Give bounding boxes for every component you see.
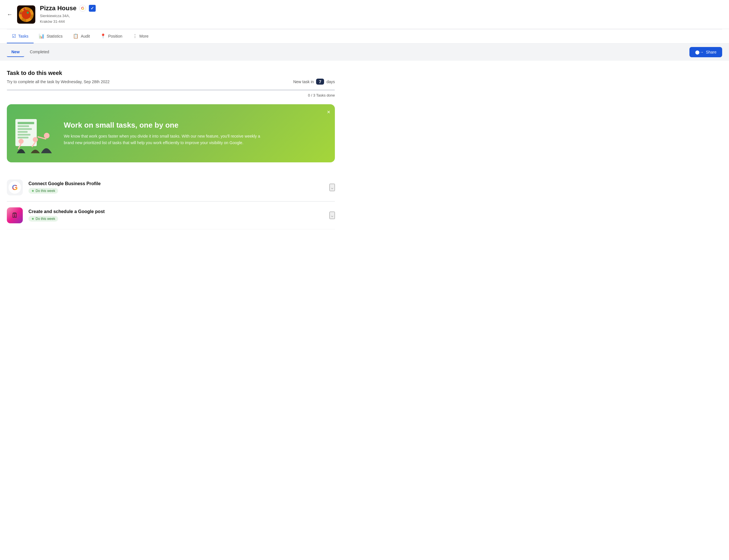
tab-tasks-label: Tasks xyxy=(18,34,28,38)
tab-statistics[interactable]: 📊 Statistics xyxy=(34,29,68,43)
star-icon-2: ★ xyxy=(31,217,34,221)
google-icon: G xyxy=(79,5,86,12)
task-badge-label-1: Do this week xyxy=(36,189,55,193)
promo-close-button[interactable]: × xyxy=(327,109,330,115)
business-name-text: Pizza House xyxy=(40,5,76,12)
days-badge: 7 xyxy=(316,79,324,85)
filter-bar: New Completed ⬤→ Share xyxy=(0,44,729,61)
task-info-1: Connect Google Business Profile ★ Do thi… xyxy=(28,181,330,194)
business-address: Sienkiewicza 34A, Kraków 31-444 xyxy=(40,13,722,24)
filter-new[interactable]: New xyxy=(7,47,24,57)
promo-description: We know that work goes faster when you d… xyxy=(64,133,263,146)
tab-position[interactable]: 📍 Position xyxy=(95,29,128,43)
more-icon: ⋮ xyxy=(133,33,137,39)
promo-illustration xyxy=(7,113,64,153)
star-icon-1: ★ xyxy=(31,189,34,193)
filter-new-label: New xyxy=(11,50,20,54)
svg-point-7 xyxy=(19,139,24,144)
tasks-icon: ☑ xyxy=(12,33,16,39)
week-task-section: Task to do this week Try to complete all… xyxy=(7,70,335,97)
tab-tasks[interactable]: ☑ Tasks xyxy=(7,29,34,43)
address-line2: Kraków 31-444 xyxy=(40,19,65,24)
post-icon: 🗓 xyxy=(11,211,18,219)
task-expand-2[interactable]: ⌄ xyxy=(330,212,335,219)
google-business-icon: G xyxy=(9,181,21,194)
svg-rect-3 xyxy=(18,128,32,130)
svg-rect-6 xyxy=(18,137,28,138)
back-button[interactable]: ← xyxy=(7,11,13,18)
task-badge-label-2: Do this week xyxy=(36,217,55,221)
header: ← Pizza House G ✓ Sienkiewicza 34A, Krak… xyxy=(0,0,729,29)
task-icon-google-wrap: G xyxy=(7,179,23,195)
chevron-down-icon-1: ⌄ xyxy=(330,185,334,190)
tab-position-label: Position xyxy=(108,34,123,38)
business-name-row: Pizza House G ✓ xyxy=(40,5,722,12)
tab-audit-label: Audit xyxy=(81,34,90,38)
task-title-2: Create and schedule a Google post xyxy=(28,209,330,214)
business-info: Pizza House G ✓ Sienkiewicza 34A, Kraków… xyxy=(40,5,722,24)
filter-tabs: New Completed xyxy=(7,47,54,57)
business-logo xyxy=(17,5,35,24)
tasks-done-text: 0 / 3 Tasks done xyxy=(7,93,335,97)
promo-banner: Work on small tasks, one by one We know … xyxy=(7,104,335,162)
promo-text: Work on small tasks, one by one We know … xyxy=(64,121,326,146)
task-item-2: 🗓 Create and schedule a Google post ★ Do… xyxy=(7,202,335,229)
position-icon: 📍 xyxy=(100,33,106,39)
svg-point-11 xyxy=(33,137,38,142)
address-line1: Sienkiewicza 34A, xyxy=(40,14,70,18)
week-task-subtitle-text: Try to complete all the task by Wednesda… xyxy=(7,79,110,84)
promo-illustration-svg xyxy=(10,116,61,153)
filter-completed-label: Completed xyxy=(30,50,49,54)
svg-rect-5 xyxy=(18,134,30,136)
task-badge-2: ★ Do this week xyxy=(28,216,58,222)
svg-rect-4 xyxy=(18,131,28,133)
back-icon: ← xyxy=(7,11,13,18)
tab-audit[interactable]: 📋 Audit xyxy=(68,29,95,43)
tab-statistics-label: Statistics xyxy=(47,34,63,38)
days-suffix: days xyxy=(326,79,335,84)
svg-point-9 xyxy=(44,133,50,138)
google-g-letter: G xyxy=(81,6,84,11)
new-task-badge: New task in 7 days xyxy=(293,79,335,85)
statistics-icon: 📊 xyxy=(39,33,44,39)
week-task-title: Task to do this week xyxy=(7,70,335,76)
promo-title: Work on small tasks, one by one xyxy=(64,121,326,130)
audit-icon: 📋 xyxy=(73,33,79,39)
tab-more-label: More xyxy=(140,34,149,38)
google-g-icon: G xyxy=(12,183,18,192)
main-content: Task to do this week Try to complete all… xyxy=(0,61,342,238)
shield-icon: ✓ xyxy=(89,5,96,12)
task-expand-1[interactable]: ⌄ xyxy=(330,184,335,191)
filter-completed[interactable]: Completed xyxy=(25,47,54,57)
task-item: G Connect Google Business Profile ★ Do t… xyxy=(7,174,335,201)
svg-rect-1 xyxy=(18,122,34,124)
task-icon-post-wrap: 🗓 xyxy=(7,207,23,223)
share-button[interactable]: ⬤→ Share xyxy=(689,47,722,57)
chevron-down-icon-2: ⌄ xyxy=(330,212,334,218)
share-icon: ⬤→ xyxy=(695,50,704,54)
task-list: G Connect Google Business Profile ★ Do t… xyxy=(7,174,335,229)
share-label: Share xyxy=(706,50,716,54)
task-badge-1: ★ Do this week xyxy=(28,188,58,194)
tab-more[interactable]: ⋮ More xyxy=(128,29,154,43)
task-title-1: Connect Google Business Profile xyxy=(28,181,330,186)
nav-tabs: ☑ Tasks 📊 Statistics 📋 Audit 📍 Position … xyxy=(0,29,729,44)
svg-rect-2 xyxy=(18,125,29,127)
week-task-subtitle-row: Try to complete all the task by Wednesda… xyxy=(7,79,335,85)
close-icon: × xyxy=(327,109,330,115)
task-info-2: Create and schedule a Google post ★ Do t… xyxy=(28,209,330,222)
new-task-label: New task in xyxy=(293,79,314,84)
progress-bar-container xyxy=(7,89,335,91)
